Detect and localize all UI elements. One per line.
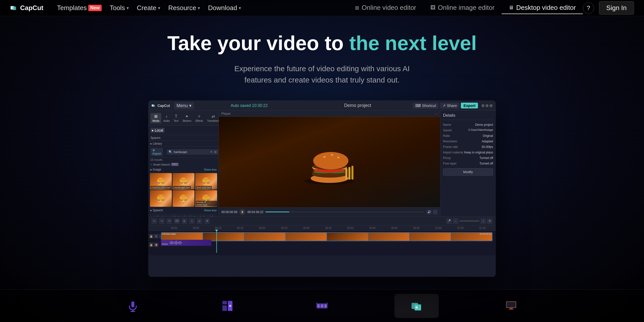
export-button[interactable]: Export xyxy=(461,103,478,108)
toolbar-stickers[interactable]: ✦ Stickers xyxy=(180,113,193,123)
svg-point-22 xyxy=(229,305,231,307)
topbar-actions: ⌨ Shortcut ↗ Share Export xyxy=(413,103,493,109)
progress-fill xyxy=(265,212,289,212)
import-button[interactable]: ⊕ Import xyxy=(150,148,163,156)
media-thumb-6[interactable]: 🍔 Beauty of street.mp4 xyxy=(195,190,217,207)
nav-templates[interactable]: Templates New xyxy=(53,2,105,14)
media-thumb-2[interactable]: 🍔 Hamburger.mp4 xyxy=(173,173,194,189)
search-input[interactable] xyxy=(174,150,209,153)
italic-button[interactable]: I xyxy=(189,218,195,224)
toolbar-audio[interactable]: ♪ Audio xyxy=(161,113,172,123)
svg-rect-16 xyxy=(131,301,134,307)
share-icon: ↗ xyxy=(442,103,446,108)
help-button[interactable]: ? xyxy=(583,3,594,14)
audio-lock-icon[interactable]: 🔒 xyxy=(149,243,153,247)
feature-monitor[interactable] xyxy=(489,294,533,318)
hero-title: Take your video to the next level xyxy=(167,31,477,55)
media-thumb-3[interactable]: 🍔 Best-chef.mp4 xyxy=(195,173,217,189)
player-options-icon[interactable]: ··· xyxy=(435,112,438,115)
zoom-slider[interactable] xyxy=(459,221,479,221)
detail-ratio: Ratio Original xyxy=(443,134,493,138)
show-less-image[interactable]: Show less xyxy=(204,168,217,171)
mic-button[interactable]: 🎤 xyxy=(446,218,452,224)
audio-clip[interactable]: Music xyxy=(161,240,211,246)
clear-icon[interactable]: ✕ xyxy=(210,150,213,154)
feature-template[interactable] xyxy=(205,294,250,318)
show-less-speech[interactable]: Show less xyxy=(204,209,217,212)
delete-button[interactable]: ⌫ xyxy=(174,218,180,224)
video-editor-icon: ⊞ xyxy=(355,5,359,11)
sign-in-button[interactable]: Sign In xyxy=(599,1,634,15)
toolbar-effects[interactable]: ✧ Effects xyxy=(193,113,205,123)
fullscreen-icon[interactable]: ⛶ xyxy=(433,210,438,215)
media-tab-local[interactable]: ▸ Local xyxy=(150,128,165,133)
bold-button[interactable]: B xyxy=(182,218,187,224)
desktop-editor-icon: 🖥 xyxy=(509,5,514,11)
track-eye-icon[interactable]: 👁 xyxy=(154,234,158,238)
feature-media-gallery[interactable] xyxy=(394,294,439,318)
svg-rect-3 xyxy=(153,105,155,107)
nav-download[interactable]: Download ▾ xyxy=(205,2,245,14)
media-thumb-1[interactable]: 🍔 Cheerful-2023.mp4 xyxy=(150,173,172,189)
feature-filmstrip[interactable] xyxy=(300,294,344,318)
freeze-button[interactable]: ❄ xyxy=(204,218,210,224)
player-toolbar-icons: 🔊 ⛶ xyxy=(427,210,438,215)
nav-spaces[interactable]: Spaces xyxy=(150,136,160,140)
split-button[interactable]: ✂ xyxy=(167,218,172,224)
svg-point-9 xyxy=(313,152,348,170)
logo[interactable]: CapCut xyxy=(10,4,43,12)
play-pause-button[interactable]: ⏸ xyxy=(239,209,245,215)
align-button[interactable]: ≡ xyxy=(197,218,202,224)
grid-icon[interactable]: ⊞ xyxy=(214,150,217,154)
search-icon: 🔍 xyxy=(169,150,172,154)
volume-icon[interactable]: 🔊 xyxy=(427,210,432,215)
speech-item-1[interactable]: ▶ Hamburger is the best food in the whol… xyxy=(150,214,217,217)
details-title: Details xyxy=(443,113,493,120)
toolbar-text[interactable]: T Text xyxy=(172,113,180,123)
svg-rect-14 xyxy=(351,166,353,180)
nav-resource[interactable]: Resource ▾ xyxy=(165,2,204,14)
ruler-marks: 00:00 00:05 00:10 00:15 00:20 00:25 00:3… xyxy=(163,227,494,229)
nav-library[interactable]: ▸ Library xyxy=(150,142,217,145)
zoom-in-button[interactable]: + xyxy=(480,218,486,224)
nav-create[interactable]: Create ▾ xyxy=(133,2,164,14)
feature-voice[interactable] xyxy=(111,294,155,318)
detail-resolution: Resolution Adapted xyxy=(443,140,493,143)
main-content: Take your video to the next level Experi… xyxy=(0,16,644,277)
editor-logo-text: CapCut xyxy=(157,104,170,108)
audio-waveform: Music xyxy=(161,240,211,246)
timeline-playhead xyxy=(216,231,217,253)
editor-main-area: ⊞ Media ♪ Audio T Text ✦ Stickers xyxy=(148,111,496,216)
svg-rect-34 xyxy=(507,302,516,307)
zoom-out-button[interactable]: − xyxy=(453,218,458,224)
tab-desktop-video-editor[interactable]: 🖥 Desktop video editor xyxy=(502,2,583,14)
nav-tools[interactable]: Tools ▾ xyxy=(106,2,132,14)
svg-rect-27 xyxy=(316,302,317,304)
menu-button[interactable]: Menu ▾ xyxy=(174,102,194,109)
modify-button[interactable]: Modify xyxy=(443,168,493,176)
audio-mute-icon[interactable]: 🔇 xyxy=(154,243,158,247)
maximize-button[interactable] xyxy=(486,104,489,107)
media-thumb-5[interactable]: 🍔 xyxy=(173,190,194,207)
navigation: CapCut Templates New Tools ▾ Create ▾ Re… xyxy=(0,0,644,16)
minimize-button[interactable] xyxy=(481,104,485,107)
media-thumb-4[interactable]: 🍔 xyxy=(150,190,172,207)
player-header: Player ··· xyxy=(219,111,440,117)
progress-bar[interactable] xyxy=(265,212,425,212)
settings-button[interactable]: ⚙ xyxy=(487,218,493,224)
hero-subtitle: Experience the future of video editing w… xyxy=(234,63,410,86)
audio-track: Music xyxy=(161,243,493,250)
tab-online-image-editor[interactable]: 🖼 Online image editor xyxy=(423,2,502,14)
current-time: 00:00:00:58 xyxy=(221,210,237,214)
download-chevron-icon: ▾ xyxy=(239,5,241,11)
track-lock-icon[interactable]: 🔒 xyxy=(149,234,153,238)
tab-online-video-editor[interactable]: ⊞ Online video editor xyxy=(348,2,423,14)
redo-button[interactable]: ↪ xyxy=(159,218,165,224)
shortcut-button[interactable]: ⌨ Shortcut xyxy=(413,103,438,109)
close-button[interactable] xyxy=(490,104,493,107)
bottom-features xyxy=(0,289,644,322)
transitions-icon: ⇄ xyxy=(212,114,215,119)
undo-button[interactable]: ↩ xyxy=(151,218,157,224)
share-button[interactable]: ↗ Share xyxy=(440,103,459,109)
toolbar-media[interactable]: ⊞ Media xyxy=(150,113,161,123)
